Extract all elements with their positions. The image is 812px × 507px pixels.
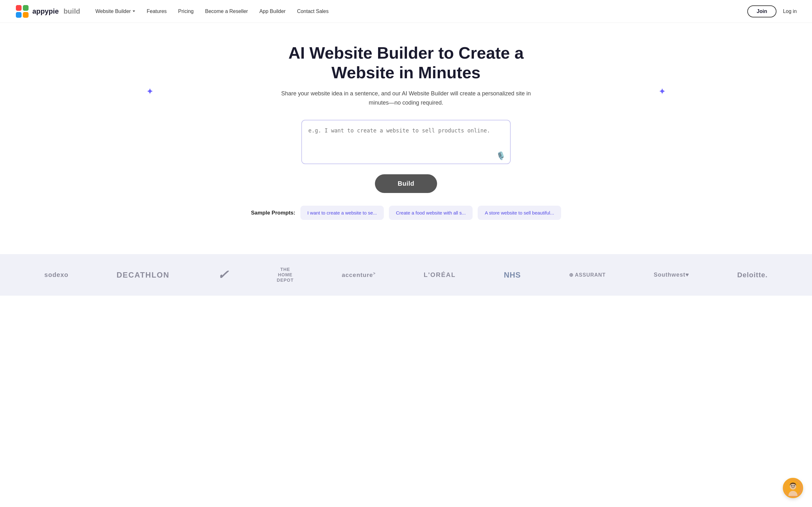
nav-pricing[interactable]: Pricing [178, 9, 194, 14]
logo-accenture: accenture> [342, 271, 375, 279]
nav-links: Website Builder Features Pricing Become … [96, 9, 747, 14]
login-button[interactable]: Log in [783, 9, 797, 14]
hero-title: AI Website Builder to Create a Website i… [263, 43, 549, 83]
join-button[interactable]: Join [747, 5, 777, 17]
logo-southwest: Southwest♥ [654, 272, 689, 278]
svg-point-8 [794, 486, 795, 487]
main-nav: appypie build Website Builder Features P… [0, 0, 812, 23]
chat-avatar [784, 479, 802, 497]
sparkle-right-icon: ✦ [658, 86, 666, 97]
sample-prompt-2[interactable]: Create a food website with all s... [389, 206, 473, 220]
nav-contact[interactable]: Contact Sales [297, 9, 328, 14]
prompt-input-container: 🎙️ [301, 120, 511, 165]
svg-rect-0 [16, 5, 21, 11]
logo-homedepot: THEHOMEDEPOT [277, 267, 294, 283]
sample-prompts-label: Sample Prompts: [251, 210, 295, 216]
logo-assurant: ⊕ ASSURANT [569, 272, 606, 278]
prompt-textarea[interactable] [301, 120, 511, 164]
svg-point-7 [792, 486, 792, 487]
logo-nike: ✓ [217, 268, 229, 282]
microphone-icon[interactable]: 🎙️ [496, 152, 506, 160]
logo-deloitte: Deloitte. [737, 271, 768, 279]
build-button[interactable]: Build [375, 174, 438, 193]
brand-suffix: build [63, 7, 80, 15]
hero-subtitle: Share your website idea in a sentence, a… [279, 89, 533, 107]
logo-loreal: L'ORÉAL [424, 271, 456, 279]
brand-name: appypie [32, 7, 59, 15]
logos-section: sodexo DECATHLON ✓ THEHOMEDEPOT accentur… [0, 254, 812, 295]
nav-reseller[interactable]: Become a Reseller [205, 9, 248, 14]
hero-section: ✦ ✦ AI Website Builder to Create a Websi… [0, 23, 812, 235]
logo-nhs: NHS [504, 271, 521, 279]
sample-prompts-section: Sample Prompts: I want to create a websi… [251, 206, 561, 220]
logo-decathlon: DECATHLON [116, 271, 169, 279]
sample-prompt-3[interactable]: A store website to sell beautiful... [478, 206, 561, 220]
svg-rect-3 [23, 12, 29, 18]
sample-prompt-1[interactable]: I want to create a website to se... [300, 206, 384, 220]
logo-sodexo: sodexo [44, 271, 68, 279]
svg-rect-1 [23, 5, 29, 11]
chat-bubble[interactable] [783, 478, 803, 498]
nav-actions: Join Log in [747, 5, 797, 17]
nav-app-builder[interactable]: App Builder [259, 9, 286, 14]
sparkle-left-icon: ✦ [146, 86, 154, 97]
nav-features[interactable]: Features [147, 9, 166, 14]
nav-website-builder[interactable]: Website Builder [96, 9, 136, 14]
logo[interactable]: appypie build [15, 4, 80, 18]
chevron-down-icon [133, 10, 135, 12]
svg-rect-2 [16, 12, 21, 18]
